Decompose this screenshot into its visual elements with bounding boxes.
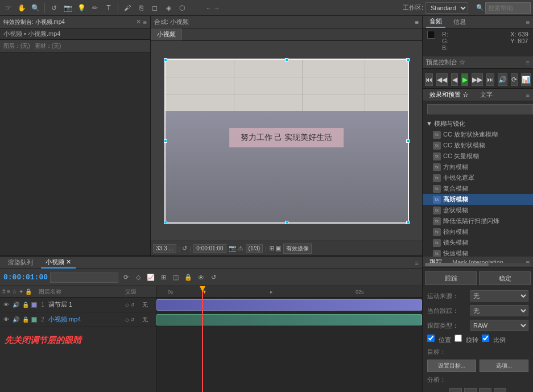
- clone-tool[interactable]: ⎘: [135, 2, 147, 14]
- puppet-tool[interactable]: ◈: [163, 2, 174, 14]
- motion-source-select[interactable]: 无: [470, 290, 528, 302]
- scale-checkbox-label[interactable]: 比例: [482, 335, 506, 344]
- effect-item-0[interactable]: fx CC 放射状快速模糊: [423, 129, 533, 140]
- info-tab[interactable]: 信息: [450, 16, 469, 27]
- timeline-search[interactable]: [50, 273, 118, 283]
- handle-top-left[interactable]: [164, 58, 167, 61]
- viewer-menu-icon[interactable]: ≡: [415, 19, 419, 26]
- effects-search-input[interactable]: [427, 104, 533, 114]
- handle-bottom-left[interactable]: [164, 221, 167, 224]
- safe-area-icon[interactable]: ▣: [275, 245, 281, 252]
- effect-item-1[interactable]: fx CC 放射状模糊: [423, 140, 533, 151]
- layer-0-audio[interactable]: 🔊: [12, 301, 20, 309]
- effect-item-2[interactable]: fx CC 矢量模糊: [423, 151, 533, 162]
- effect-item-5[interactable]: fx 复合模糊: [423, 183, 533, 194]
- scale-checkbox[interactable]: [482, 335, 489, 342]
- pos-checkbox[interactable]: [427, 335, 435, 342]
- tl-icon-motion[interactable]: ⟳: [121, 273, 131, 283]
- effect-item-6[interactable]: fx 高斯模糊: [423, 194, 533, 205]
- project-panel-menu[interactable]: ≡: [143, 19, 147, 26]
- pos-checkbox-label[interactable]: 位置: [427, 335, 451, 344]
- viewer-tab-video[interactable]: 小视频: [151, 28, 182, 40]
- fraction-display[interactable]: (1/3): [246, 244, 263, 253]
- effect-item-9[interactable]: fx 径向模糊: [423, 226, 533, 237]
- stabilize-btn[interactable]: 稳定: [479, 271, 531, 285]
- brush-tool[interactable]: 🖌: [122, 2, 133, 14]
- zoom-tool[interactable]: 🔍: [30, 2, 41, 14]
- text-tool[interactable]: T: [103, 2, 114, 14]
- pen-tool[interactable]: ✏: [89, 2, 101, 14]
- zoom-control[interactable]: 33.3 ...: [153, 244, 176, 253]
- effects-scrollbar[interactable]: [425, 263, 531, 266]
- track-btn[interactable]: 跟踪: [425, 271, 477, 285]
- pc-chart[interactable]: 📊: [521, 73, 531, 86]
- pc-play[interactable]: ▶: [461, 73, 468, 86]
- project-panel-close[interactable]: ✕: [136, 18, 141, 26]
- audio-info-menu[interactable]: ≡: [526, 19, 530, 26]
- tl-icon-keyframe[interactable]: ◇: [133, 273, 143, 283]
- handle-left-mid[interactable]: [164, 139, 167, 143]
- handle-bottom-mid[interactable]: [285, 221, 288, 224]
- clip-video[interactable]: [156, 314, 422, 325]
- pc-audio[interactable]: 🔊: [498, 73, 507, 86]
- clip-adjustment[interactable]: [156, 299, 422, 311]
- help-search-input[interactable]: [485, 2, 531, 14]
- layer-0-lock[interactable]: 🔒: [22, 301, 30, 309]
- timeline-menu[interactable]: ≡: [415, 259, 419, 266]
- effects-tab-text[interactable]: 文字: [477, 89, 496, 100]
- layer-1-keyframe[interactable]: ◇: [125, 317, 129, 323]
- pc-first-frame[interactable]: ⏮: [425, 73, 433, 86]
- layer-1-name[interactable]: 小视频.mp4: [48, 315, 123, 324]
- layer-0-keyframe[interactable]: ◇: [125, 302, 129, 308]
- playhead[interactable]: [202, 286, 203, 392]
- grid-icon[interactable]: ⊞: [269, 245, 274, 252]
- tl-icon-collapse[interactable]: ◫: [171, 273, 181, 283]
- current-track-select[interactable]: 无: [470, 305, 528, 316]
- composition-tab[interactable]: 小视频 ✕: [41, 257, 76, 269]
- analyze-prev[interactable]: ◀: [464, 388, 477, 392]
- effects-category-blur[interactable]: ▼ 模糊与锐化: [423, 118, 533, 129]
- pc-forward[interactable]: ▶▶: [472, 73, 483, 86]
- pc-prev-frame[interactable]: ◀◀: [436, 73, 448, 86]
- pc-menu[interactable]: ≡: [526, 59, 530, 66]
- light-tool[interactable]: 💡: [76, 2, 87, 14]
- hand-tool[interactable]: ✋: [16, 2, 27, 14]
- eraser-tool[interactable]: ◻: [149, 2, 160, 14]
- layer-0-name[interactable]: 调节层 1: [48, 300, 123, 309]
- pointer-tool[interactable]: ☞: [2, 2, 14, 14]
- effects-menu[interactable]: ≡: [526, 92, 530, 98]
- layer-1-eye[interactable]: 👁: [2, 316, 10, 324]
- rot-checkbox-label[interactable]: 旋转: [455, 335, 478, 344]
- layer-1-lock[interactable]: 🔒: [22, 316, 30, 324]
- effects-tab-main[interactable]: 效果和预置 ☆: [426, 89, 472, 100]
- render-queue-tab[interactable]: 渲染队列: [3, 257, 38, 268]
- shape-tool[interactable]: ⬡: [176, 2, 188, 14]
- time-display[interactable]: 0:00:01:00: [193, 244, 226, 253]
- handle-top-right[interactable]: [406, 58, 410, 61]
- rot-checkbox[interactable]: [455, 335, 462, 342]
- effect-item-3[interactable]: fx 方向模糊: [423, 162, 533, 172]
- time-display[interactable]: 0:00:01:00: [3, 273, 48, 282]
- analyze-next[interactable]: ▶: [479, 388, 491, 392]
- options-btn[interactable]: 选项...: [480, 360, 528, 372]
- track-type-select[interactable]: RAW: [470, 320, 528, 331]
- camera-tool[interactable]: 📷: [62, 2, 73, 14]
- handle-bottom-right[interactable]: [406, 221, 410, 224]
- effect-item-7[interactable]: fx 盒状模糊: [423, 205, 533, 216]
- tl-icon-graph[interactable]: 📈: [146, 273, 156, 283]
- set-target-btn[interactable]: 设置目标...: [427, 360, 476, 372]
- pc-back-frame[interactable]: ◀: [451, 73, 458, 86]
- audio-tab[interactable]: 音频: [426, 16, 445, 28]
- handle-top-mid[interactable]: [285, 58, 288, 61]
- analyze-first[interactable]: ⏮: [449, 388, 462, 392]
- handle-right-mid[interactable]: [406, 139, 410, 143]
- quality-label[interactable]: 有效摄像: [283, 244, 312, 254]
- effect-item-8[interactable]: fx 降低低隔行扫描闪烁: [423, 216, 533, 226]
- tl-icon-refresh[interactable]: ↺: [208, 273, 218, 283]
- rotate-tool[interactable]: ↺: [48, 2, 60, 14]
- pc-loop[interactable]: ⟳: [511, 73, 518, 86]
- snapshot-icon[interactable]: 📷: [229, 245, 237, 252]
- rotate-btn[interactable]: ↺: [182, 245, 187, 252]
- layer-1-audio[interactable]: 🔊: [12, 316, 20, 324]
- effect-item-10[interactable]: fx 镜头模糊: [423, 237, 533, 248]
